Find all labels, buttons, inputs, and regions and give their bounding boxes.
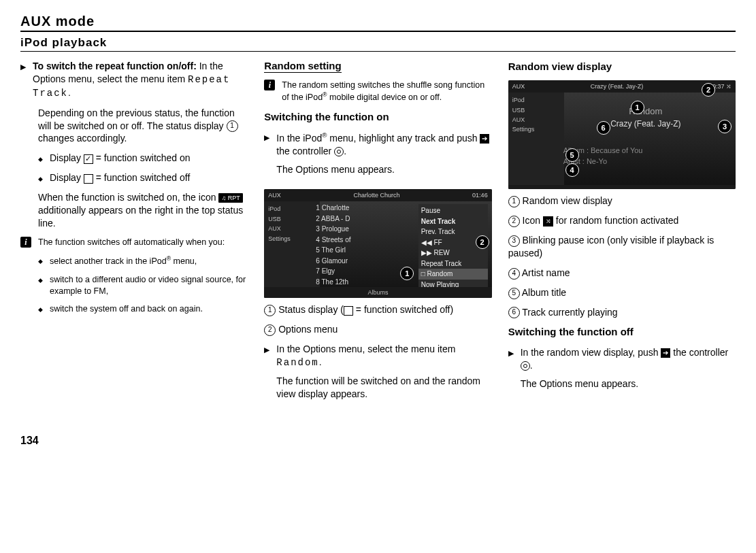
info-intro: The function switches off automatically … — [38, 237, 248, 248]
step-result: The Options menu appears. — [276, 163, 491, 176]
triangle-icon — [264, 343, 269, 356]
page-number: 134 — [20, 435, 736, 447]
text: changes accordingly. — [38, 133, 127, 144]
diamond-icon — [38, 152, 43, 165]
display-on: Display = function switched on — [38, 152, 248, 165]
random-setting-heading: Random setting — [264, 60, 341, 73]
column-3: Random view display AUX Crazy (Feat. Jay… — [508, 60, 736, 414]
text: Depending on the previous status, the fu… — [38, 107, 235, 131]
empty-box-icon — [344, 306, 353, 316]
info-block: i The function switches off automaticall… — [20, 237, 248, 322]
text: = function switched off) — [353, 304, 453, 315]
text: select another track in the iPod — [50, 256, 167, 266]
caption-5: 5 Album title — [508, 286, 736, 299]
info-block: i The random setting switches the shuffl… — [264, 80, 491, 103]
empty-box-icon — [84, 174, 93, 184]
info-icon: i — [264, 80, 275, 90]
triangle-icon — [508, 346, 514, 359]
list-item: 5 The Girl — [316, 245, 423, 256]
text: . — [344, 146, 346, 156]
info-bullet: switch to a different audio or video sig… — [38, 274, 248, 297]
repeat-status-icon: ♫ RPT — [218, 193, 242, 203]
shot-options-menu: Pause Next Track Prev. Track ◀◀ FF ▶▶ RE… — [418, 204, 488, 291]
callout-6-icon: 6 — [597, 121, 610, 135]
shot-top-left: AUX — [268, 192, 281, 199]
caption-4: 4 Artist name — [508, 267, 736, 280]
caption-3: 3 Blinking pause icon (only visible if p… — [508, 234, 736, 260]
list-item: iPod — [512, 95, 560, 105]
callout-2-icon: 2 — [508, 216, 520, 227]
triangle-icon — [264, 131, 269, 144]
column-2: Random setting i The random setting swit… — [264, 60, 491, 414]
text: Icon — [523, 215, 543, 226]
diamond-icon — [38, 255, 43, 267]
text: switch to a different audio or video sig… — [50, 274, 248, 297]
shot-main: Random Crazy (Feat. Jay-Z) Album : Becau… — [560, 93, 732, 178]
track-name: Crazy (Feat. Jay-Z) — [610, 119, 680, 129]
callout-1-icon: 1 — [264, 305, 276, 316]
switching-off-heading: Switching the function off — [508, 325, 736, 339]
text: Display — [50, 172, 84, 183]
info-bullet: switch the system off and back on again. — [38, 303, 248, 315]
caption-1: 1 Random view display — [508, 195, 736, 207]
text: In the Options menu, select the menu ite… — [276, 343, 455, 354]
text: Album title — [522, 287, 566, 298]
step-result: The function will be switched on and the… — [276, 375, 491, 401]
text: Status display ( — [278, 304, 344, 315]
list-item: 6 Glamour — [316, 256, 423, 267]
text: Options menu — [278, 324, 338, 335]
text: mobile digital device on or off. — [327, 93, 442, 102]
text: Artist name — [522, 267, 570, 278]
triangle-icon — [20, 60, 26, 73]
text: the controller — [276, 146, 334, 156]
display-off: Display = function switched off — [38, 171, 248, 184]
text: When the function is switched on, the ic… — [38, 192, 218, 203]
columns: To switch the repeat function on/off: In… — [20, 60, 736, 414]
checked-box-icon — [84, 154, 93, 164]
list-item: 3 Prologue — [316, 224, 423, 235]
callout-4-icon: 4 — [565, 163, 579, 177]
shot-bottom — [508, 185, 736, 189]
diamond-icon — [38, 274, 43, 286]
text: switch the system off and back on again. — [50, 303, 248, 315]
step-result: The Options menu appears. — [521, 378, 736, 390]
callout-1-icon: 1 — [631, 101, 644, 114]
divider — [20, 51, 736, 52]
text: Random view display — [523, 195, 612, 206]
step: In the random view display, push ➔ the c… — [508, 346, 736, 397]
page-title: AUX mode — [20, 14, 736, 29]
text: = function switched on — [93, 152, 191, 163]
caption-2: 2 Icon ⤭ for random function activated — [508, 214, 736, 227]
column-1: To switch the repeat function on/off: In… — [20, 60, 248, 414]
text: the controller — [670, 347, 728, 358]
caption-6: 6 Track currently playing — [508, 306, 736, 319]
list-item: AUX — [268, 224, 316, 233]
info-icon: i — [20, 237, 31, 248]
diamond-icon — [38, 171, 43, 184]
album-line: Album : Because of You — [557, 146, 735, 154]
shot-sidebar: iPod USB AUX Settings — [508, 93, 564, 189]
when-on-para: When the function is switched on, the ic… — [38, 191, 248, 230]
text: In the iPod — [276, 133, 322, 144]
artist-line: Artist : Ne-Yo — [557, 157, 735, 165]
text: menu, highlight any track and push — [327, 133, 480, 144]
callout-2-icon: 2 — [264, 324, 276, 336]
callout-5-icon: 5 — [508, 288, 520, 299]
text: Albums — [367, 289, 388, 296]
text: . — [68, 87, 71, 98]
text: . — [530, 360, 533, 371]
screenshot-random-view: AUX Crazy (Feat. Jay-Z) 00:37 ⤭ iPod USB… — [508, 80, 736, 189]
shot-top-right: 01:46 — [472, 192, 488, 199]
callout-6-icon: 6 — [508, 307, 520, 318]
list-item: Repeat Track — [421, 258, 485, 269]
list-item: 1 Charlotte — [316, 203, 423, 214]
text: additionally appears on the right in the… — [38, 205, 243, 229]
list-item: USB — [268, 214, 316, 224]
list-item: ▶▶ REW — [421, 248, 485, 258]
list-item: USB — [512, 105, 560, 115]
callout-4-icon: 4 — [508, 268, 520, 280]
list-item: Settings — [268, 234, 316, 244]
controller-icon — [521, 361, 530, 371]
switching-on-heading: Switching the function on — [264, 110, 491, 124]
divider — [20, 31, 736, 32]
